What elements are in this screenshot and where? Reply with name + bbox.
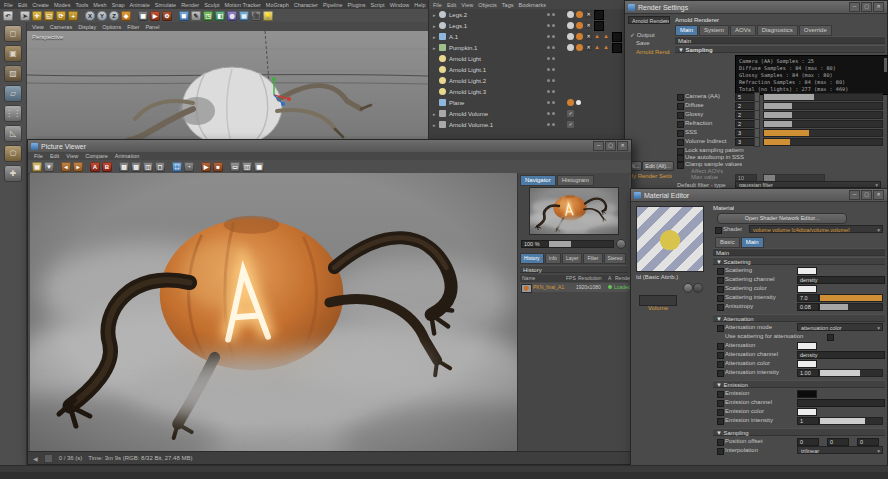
preview-lock-icon[interactable] <box>693 283 703 293</box>
position-offset-x[interactable]: 0 <box>797 438 819 446</box>
close-button[interactable]: ✕ <box>873 2 884 12</box>
tab-aovs[interactable]: AOVs <box>730 25 756 36</box>
menu-mograph[interactable]: MoGraph <box>266 2 289 8</box>
close-button[interactable]: ✕ <box>617 141 628 151</box>
render-image-area[interactable] <box>30 173 517 452</box>
render-settings-titlebar[interactable]: Render Settings ─ ▢ ✕ <box>625 1 887 14</box>
minimize-button[interactable]: ─ <box>593 141 604 151</box>
edit-all-button[interactable]: Edit (All)... <box>642 161 674 171</box>
material-swatch[interactable] <box>612 43 622 53</box>
symmetry-icon[interactable]: ◧ <box>215 11 225 21</box>
param-toggle[interactable] <box>677 121 684 128</box>
navigator-zoom-slider[interactable] <box>548 240 614 248</box>
menu-render[interactable]: Render <box>181 2 199 8</box>
shader-dropdown[interactable]: volume volume [c4dtoa/volume.volume]▾ <box>749 225 883 233</box>
close-button[interactable]: ✕ <box>873 190 884 200</box>
single-view-icon[interactable]: ▭ <box>230 162 240 172</box>
object-row[interactable]: Plane <box>429 97 625 108</box>
dual-view-icon[interactable]: ◫ <box>242 162 252 172</box>
vp-menu-panel[interactable]: Panel <box>145 24 159 30</box>
row-toggle[interactable] <box>717 352 724 359</box>
attenuation-intensity-field[interactable]: 1.00 <box>797 369 819 377</box>
viewport-panel[interactable]: View Cameras Display Options Filter Pane… <box>27 22 428 143</box>
x-axis-lock-icon[interactable]: X <box>85 11 95 21</box>
xpresso-tag-icon[interactable]: ✕ <box>585 33 592 40</box>
scattering-intensity-field[interactable]: 7.0 <box>797 294 819 302</box>
tab-basic[interactable]: Basic <box>715 237 740 248</box>
visibility-toggles[interactable] <box>547 35 555 38</box>
y-axis-lock-icon[interactable]: Y <box>97 11 107 21</box>
lock-sampling-checkbox[interactable] <box>677 148 684 155</box>
check-tag-icon[interactable]: ✓ <box>567 121 574 128</box>
last-tool-icon[interactable]: ＋ <box>68 11 78 21</box>
glossy-slider[interactable] <box>763 111 883 119</box>
row-toggle[interactable] <box>717 295 724 302</box>
use-scattering-checkbox[interactable] <box>827 334 834 341</box>
undo-icon[interactable]: ↶ <box>3 11 13 21</box>
diffuse-slider[interactable] <box>763 102 883 110</box>
character-tag-icon[interactable] <box>567 11 574 18</box>
group-attenuation[interactable]: ▼ Attenuation <box>713 314 885 322</box>
object-row[interactable]: ▸ Arnold Volume.1 ✓ <box>429 119 625 130</box>
position-offset-z[interactable]: 0 <box>857 438 879 446</box>
cube-primitive-icon[interactable]: ◼ <box>179 11 189 21</box>
anisotropy-field[interactable]: 0.08 <box>797 303 819 311</box>
material-swatch[interactable] <box>594 21 604 31</box>
xpresso-tag-icon[interactable]: ✕ <box>585 44 592 51</box>
attenuation-color-swatch[interactable] <box>797 360 817 368</box>
preset-save[interactable]: Save <box>636 40 670 46</box>
tab-filter[interactable]: Filter <box>583 253 602 264</box>
compare-swap-icon[interactable]: B <box>102 162 112 172</box>
character-tag-icon[interactable] <box>567 44 574 51</box>
group-emission[interactable]: ▼ Emission <box>713 380 885 388</box>
pv-menu-view[interactable]: View <box>66 153 78 159</box>
object-row[interactable]: Arnold Light.3 <box>429 86 625 97</box>
autobump-sss-checkbox[interactable] <box>677 155 684 162</box>
coordinate-system-icon[interactable]: ◈ <box>121 11 131 21</box>
play-animation-icon[interactable]: ▶ <box>201 162 211 172</box>
fullscreen-icon[interactable]: ⛶ <box>172 162 182 172</box>
maximize-button[interactable]: ▢ <box>861 190 872 200</box>
tab-layer[interactable]: Layer <box>562 253 583 264</box>
floor-icon[interactable]: ▤ <box>239 11 249 21</box>
emission-intensity-slider[interactable] <box>819 417 883 425</box>
character-tag-icon[interactable] <box>567 22 574 29</box>
menu-window[interactable]: Window <box>390 2 410 8</box>
open-shader-editor-button[interactable]: Open Shader Network Editor... <box>717 213 847 224</box>
material-editor-titlebar[interactable]: Material Editor ─ ▢ ✕ <box>631 189 887 202</box>
menu-tools[interactable]: Tools <box>75 2 88 8</box>
param-toggle[interactable] <box>677 130 684 137</box>
sss-slider[interactable] <box>763 129 883 137</box>
shader-toggle[interactable] <box>715 227 722 234</box>
group-sampling[interactable]: ▼ Sampling <box>713 428 885 436</box>
pv-menu-edit[interactable]: Edit <box>50 153 59 159</box>
visibility-toggles[interactable] <box>547 24 555 27</box>
anisotropy-slider[interactable] <box>819 303 883 311</box>
row-toggle[interactable] <box>717 343 724 350</box>
preset-arnold-renderer[interactable]: Arnold Renderer <box>636 49 670 55</box>
zoom-out-icon[interactable]: ▧ <box>119 162 129 172</box>
prev-render-icon[interactable]: ◂ <box>61 162 71 172</box>
selection-tool-icon[interactable]: ➤ <box>20 11 30 21</box>
emission-intensity-field[interactable]: 1 <box>797 417 819 425</box>
pen-spline-icon[interactable]: ✎ <box>191 11 201 21</box>
position-offset-y[interactable]: 0 <box>827 438 849 446</box>
group-scattering[interactable]: ▼ Scattering <box>713 257 885 265</box>
material-swatch[interactable] <box>612 32 622 42</box>
volume-indirect-slider[interactable] <box>763 138 883 146</box>
attenuation-swatch[interactable] <box>797 342 817 350</box>
visibility-toggles[interactable] <box>547 79 555 82</box>
emission-channel-field[interactable] <box>797 399 885 407</box>
scattering-color-swatch[interactable] <box>797 285 817 293</box>
pv-menu-animation[interactable]: Animation <box>115 153 139 159</box>
row-toggle[interactable] <box>717 361 724 368</box>
row-toggle[interactable] <box>717 418 724 425</box>
row-toggle[interactable] <box>717 370 724 377</box>
compare-ab-icon[interactable]: A <box>90 162 100 172</box>
vp-menu-cameras[interactable]: Cameras <box>50 24 72 30</box>
arnold-tag-icon[interactable] <box>576 22 583 29</box>
subdivision-surface-icon[interactable]: ◳ <box>203 11 213 21</box>
interpolation-dropdown[interactable]: trilinear▾ <box>797 446 883 454</box>
row-toggle[interactable] <box>717 448 724 455</box>
param-toggle[interactable] <box>677 103 684 110</box>
